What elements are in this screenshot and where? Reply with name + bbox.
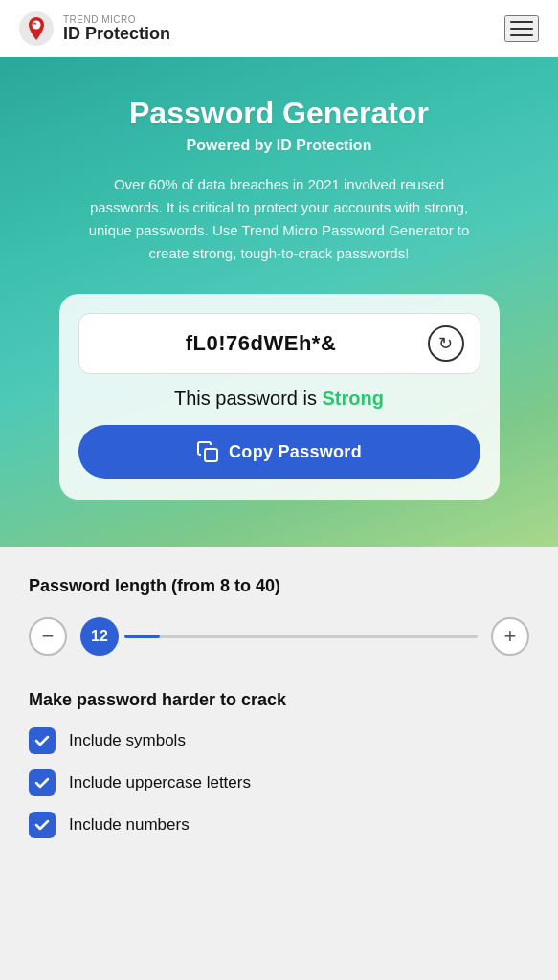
checkbox-symbols-box [29, 727, 56, 754]
checkbox-numbers-box [29, 812, 56, 838]
harder-section-label: Make password harder to crack [29, 690, 529, 710]
checkmark-icon [33, 774, 51, 791]
slider-track-fill [124, 635, 160, 638]
checkbox-uppercase-label: Include uppercase letters [69, 773, 251, 792]
copy-password-button[interactable]: Copy Password [78, 425, 480, 479]
slider-track[interactable] [124, 635, 478, 638]
page-title: Password Generator [29, 96, 529, 131]
checkmark-icon [33, 816, 51, 834]
copy-button-label: Copy Password [229, 442, 362, 462]
checkbox-symbols[interactable]: Include symbols [29, 727, 529, 754]
hero-section: Password Generator Powered by ID Protect… [0, 57, 558, 547]
logo-text: TREND MICRO ID Protection [63, 14, 170, 44]
length-value-badge: 12 [80, 617, 119, 656]
checkbox-list: Include symbols Include uppercase letter… [29, 727, 529, 838]
checkbox-numbers[interactable]: Include numbers [29, 812, 529, 838]
length-slider-row: − 12 + [29, 617, 529, 656]
password-display: fL0!76dWEh*& [95, 331, 428, 356]
logo-area: TREND MICRO ID Protection [19, 11, 170, 46]
checkbox-uppercase[interactable]: Include uppercase letters [29, 769, 529, 796]
password-card: fL0!76dWEh*& ↻ This password is Strong C… [59, 294, 500, 500]
plus-icon: + [504, 624, 517, 649]
menu-line-1 [510, 21, 533, 23]
settings-section: Password length (from 8 to 40) − 12 + Ma… [0, 547, 558, 877]
checkbox-uppercase-box [29, 769, 56, 796]
logo-product: ID Protection [63, 25, 170, 44]
checkbox-numbers-label: Include numbers [69, 815, 190, 835]
hamburger-menu-button[interactable] [504, 15, 539, 42]
length-section-label: Password length (from 8 to 40) [29, 576, 529, 596]
header: TREND MICRO ID Protection [0, 0, 558, 57]
menu-line-3 [510, 34, 533, 36]
hero-description: Over 60% of data breaches in 2021 involv… [78, 173, 480, 265]
menu-line-2 [510, 28, 533, 30]
decrease-length-button[interactable]: − [29, 617, 67, 656]
strength-word: Strong [323, 388, 384, 409]
copy-icon [196, 440, 219, 463]
hero-subtitle: Powered by ID Protection [29, 137, 529, 154]
strength-prefix: This password is [174, 388, 323, 409]
checkbox-symbols-label: Include symbols [69, 731, 186, 750]
refresh-password-button[interactable]: ↻ [428, 325, 464, 362]
strength-indicator: This password is Strong [78, 388, 480, 410]
minus-icon: − [42, 624, 55, 649]
password-input-row: fL0!76dWEh*& ↻ [78, 313, 480, 374]
slider-container: 12 [80, 617, 478, 656]
svg-rect-2 [205, 449, 217, 461]
increase-length-button[interactable]: + [491, 617, 529, 656]
checkmark-icon [33, 732, 51, 749]
logo-icon [19, 11, 54, 46]
logo-brand: TREND MICRO [63, 14, 170, 25]
